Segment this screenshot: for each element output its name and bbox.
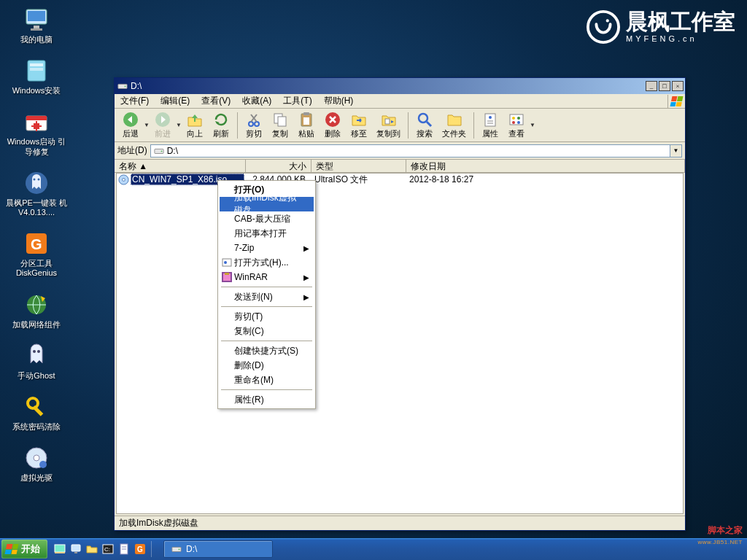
taskbar-item[interactable]: D:\ (163, 540, 273, 558)
dropdown-arrow[interactable]: ▼ (530, 122, 535, 128)
desktop-icon-network[interactable]: 加载网络组件 (4, 289, 69, 332)
ctx-item[interactable]: WinRAR▶ (220, 270, 314, 284)
windows-flag-icon (667, 95, 685, 108)
ctx-item[interactable]: 发送到(N)▶ (220, 289, 314, 304)
icon-label: 虚拟光驱 (20, 473, 53, 483)
desktop-icon-vcd[interactable]: 虚拟光驱 (4, 442, 69, 486)
toolbar-copy-button[interactable]: 复制 (267, 110, 293, 141)
minimize-button[interactable]: _ (646, 81, 657, 91)
col-size[interactable]: 大小 (246, 160, 311, 172)
explorer-window: D:\ _ □ × 文件(F)编辑(E)查看(V)收藏(A)工具(T)帮助(H)… (114, 77, 686, 531)
address-dropdown[interactable]: ▼ (670, 144, 682, 158)
maximize-button[interactable]: □ (659, 81, 670, 91)
svg-rect-8 (26, 116, 47, 120)
toolbar: 后退▼前进▼向上刷新剪切复制粘贴删除移至复制到搜索文件夹属性查看▼ (115, 109, 685, 142)
desktop-icon-password[interactable]: 系统密码清除 (4, 391, 69, 435)
ctx-item[interactable]: 剪切(T) (220, 309, 314, 324)
toolbar-delete-button[interactable]: 删除 (320, 110, 346, 141)
brand-subtitle: MYFENG.cn (626, 34, 735, 43)
ctx-item[interactable]: 加载ImDisk虚拟磁盘 (220, 197, 314, 211)
address-input[interactable]: D:\ (150, 144, 670, 158)
dropdown-arrow[interactable]: ▼ (144, 122, 150, 128)
toolbar-cut-button[interactable]: 剪切 (241, 110, 267, 141)
submenu-arrow-icon: ▶ (303, 244, 309, 252)
start-button[interactable]: 开始 (1, 540, 47, 559)
submenu-arrow-icon: ▶ (303, 273, 309, 281)
ctx-item[interactable]: CAB-最大压缩 (220, 211, 314, 226)
toolbar-search-button[interactable]: 搜索 (411, 110, 438, 141)
ql-cmd-icon[interactable]: C: (101, 542, 115, 556)
ctx-item[interactable]: 复制(C) (220, 324, 314, 338)
ql-diskgenius-icon[interactable]: G (133, 542, 147, 556)
col-name[interactable]: 名称 ▲ (115, 160, 246, 172)
address-value: D:\ (167, 146, 178, 156)
menu-a[interactable]: 收藏(A) (236, 93, 277, 109)
svg-point-28 (249, 122, 253, 126)
toolbar-refresh-button[interactable]: 刷新 (208, 110, 234, 141)
svg-rect-38 (385, 119, 390, 124)
ql-desktop-icon[interactable] (53, 542, 66, 556)
file-row[interactable]: CN_WIN7_SP1_X86.iso 2,844,000 KB UltraIS… (117, 174, 683, 185)
close-button[interactable]: × (672, 81, 684, 91)
file-list[interactable]: CN_WIN7_SP1_X86.iso 2,844,000 KB UltraIS… (116, 173, 684, 514)
toolbar-views-button[interactable]: 查看 (503, 110, 530, 141)
svg-point-39 (419, 114, 427, 122)
brand-title: 晨枫工作室 (626, 11, 735, 33)
ctx-item[interactable]: 7-Zip▶ (220, 241, 314, 255)
toolbar-copyto-button[interactable]: 复制到 (372, 110, 405, 141)
icon-label: 晨枫PE一键装 机 V4.0.13.... (5, 198, 68, 217)
ctx-item[interactable]: 重命名(M) (220, 373, 314, 387)
svg-point-11 (38, 178, 40, 180)
toolbar-prop-button[interactable]: 属性 (477, 110, 503, 141)
dropdown-arrow[interactable]: ▼ (176, 122, 182, 128)
menu-e[interactable]: 编辑(E) (155, 93, 196, 109)
toolbar-back-button[interactable]: 后退 (117, 110, 144, 141)
menu-f[interactable]: 文件(F) (115, 93, 155, 109)
drive-icon (171, 544, 182, 554)
desktop-icon-ghost[interactable]: 手动Ghost (4, 340, 69, 384)
toolbar-fwd-button: 前进 (150, 110, 176, 141)
icon-label: 加载网络组件 (12, 320, 61, 330)
ctx-item[interactable]: 属性(R) (220, 392, 314, 407)
icon-label: 我的电脑 (20, 35, 53, 44)
file-type: UltraISO 文件 (310, 174, 405, 186)
menu-h[interactable]: 帮助(H) (318, 93, 360, 109)
ql-computer-icon[interactable] (69, 542, 82, 556)
vcd-icon (23, 445, 50, 471)
desktop-icon-winsetup[interactable]: Windows安装 (4, 55, 69, 98)
ql-notepad-icon[interactable] (117, 542, 131, 556)
ctx-item[interactable]: 删除(D) (220, 358, 314, 373)
toolbar-folders-button[interactable]: 文件夹 (438, 110, 471, 141)
svg-rect-41 (485, 114, 495, 126)
desktop-icon-ghost-pe[interactable]: 晨枫PE一键装 机 V4.0.13.... (4, 167, 69, 220)
watermark: 脚本之家 (708, 524, 743, 537)
rar-icon (221, 271, 233, 283)
svg-point-48 (512, 121, 515, 124)
menu-v[interactable]: 查看(V) (196, 93, 236, 109)
col-type[interactable]: 类型 (311, 160, 406, 172)
folders-icon (446, 112, 462, 128)
computer-icon (23, 7, 50, 33)
icon-label: 分区工具 DiskGenius (5, 259, 68, 278)
toolbar-moveto-button[interactable]: 移至 (346, 110, 372, 141)
ql-explorer-icon[interactable] (85, 542, 98, 556)
desktop-icon-repair[interactable]: Windows启动 引导修复 (4, 106, 69, 159)
desktop-icon-diskgenius[interactable]: G分区工具 DiskGenius (4, 228, 69, 281)
submenu-arrow-icon: ▶ (303, 293, 309, 301)
desktop-icon-computer[interactable]: 我的电脑 (4, 4, 69, 47)
svg-rect-35 (303, 112, 309, 115)
password-icon (23, 394, 50, 420)
toolbar-up-button[interactable]: 向上 (182, 110, 208, 141)
toolbar-paste-button[interactable]: 粘贴 (293, 110, 320, 141)
drive-icon (154, 146, 164, 156)
taskbar: 开始 C: G D:\ (0, 538, 747, 560)
ctx-item[interactable]: 用记事本打开 (220, 226, 314, 241)
svg-point-51 (160, 150, 162, 152)
ctx-item[interactable]: 创建快捷方式(S) (220, 343, 314, 358)
titlebar[interactable]: D:\ _ □ × (115, 78, 685, 94)
ctx-item[interactable]: 打开方式(H)... (220, 255, 314, 270)
file-date: 2012-8-18 16:27 (405, 174, 473, 184)
address-label: 地址(D) (117, 144, 147, 157)
col-date[interactable]: 修改日期 (406, 160, 685, 172)
menu-t[interactable]: 工具(T) (277, 93, 317, 109)
